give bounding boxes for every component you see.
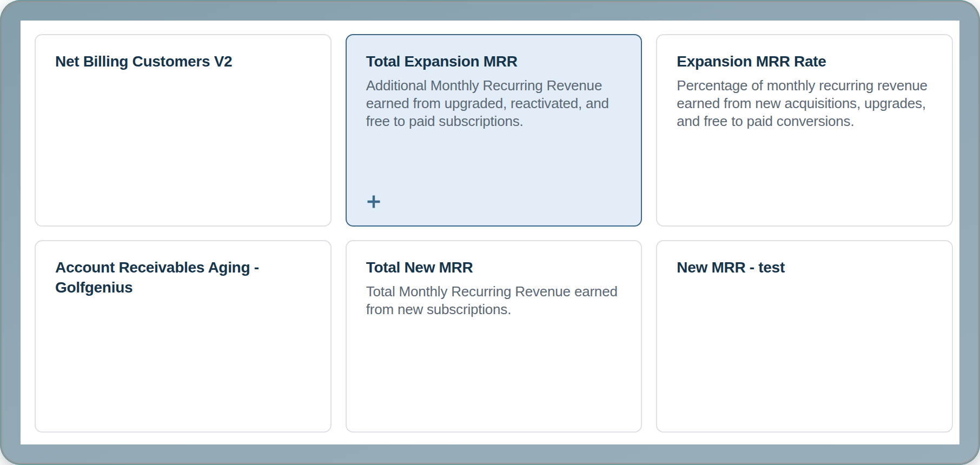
metric-card-title: Account Receivables Aging - Golfgenius [55, 257, 311, 297]
plus-icon [366, 194, 381, 209]
metric-card-title: Total New MRR [366, 257, 622, 277]
metric-card-expansion-mrr-rate[interactable]: Expansion MRR Rate Percentage of monthly… [656, 34, 953, 227]
metric-card-title: Net Billing Customers V2 [55, 51, 311, 71]
screenshot-stage: Net Billing Customers V2 Total Expansion… [0, 0, 980, 465]
metric-card-account-receivables-aging-golfgenius[interactable]: Account Receivables Aging - Golfgenius [35, 240, 332, 433]
metric-card-title: Total Expansion MRR [366, 51, 622, 71]
metric-card-net-billing-customers-v2[interactable]: Net Billing Customers V2 [35, 34, 332, 227]
metric-card-new-mrr-test[interactable]: New MRR - test [656, 240, 953, 433]
app-window: Net Billing Customers V2 Total Expansion… [0, 0, 980, 465]
metrics-panel: Net Billing Customers V2 Total Expansion… [21, 21, 959, 444]
metric-card-title: Expansion MRR Rate [677, 51, 932, 71]
metric-card-total-expansion-mrr[interactable]: Total Expansion MRR Additional Monthly R… [346, 34, 643, 227]
metric-card-total-new-mrr[interactable]: Total New MRR Total Monthly Recurring Re… [346, 240, 643, 433]
metric-card-description: Total Monthly Recurring Revenue earned f… [366, 283, 622, 318]
metric-card-grid: Net Billing Customers V2 Total Expansion… [21, 21, 959, 444]
metric-card-description: Additional Monthly Recurring Revenue ear… [366, 77, 622, 130]
add-metric-button[interactable] [366, 194, 381, 209]
metric-card-title: New MRR - test [677, 257, 932, 277]
metric-card-description: Percentage of monthly recurring revenue … [677, 77, 932, 130]
